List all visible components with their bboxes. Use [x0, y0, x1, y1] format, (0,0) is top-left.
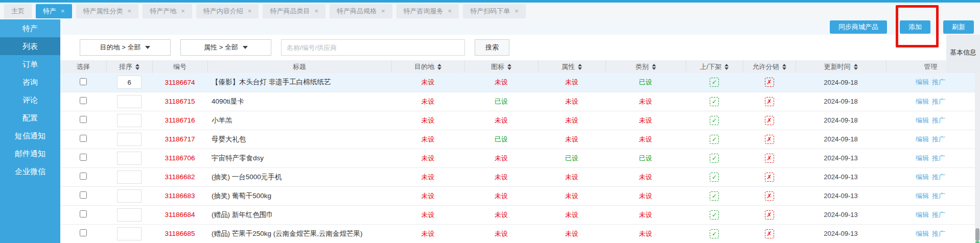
- edit-link[interactable]: 编辑: [916, 173, 929, 181]
- sort-order-input[interactable]: [117, 114, 142, 127]
- promote-link[interactable]: 推广: [932, 98, 945, 105]
- promote-link[interactable]: 推广: [932, 211, 945, 218]
- search-button[interactable]: 搜索: [475, 39, 509, 56]
- tab-close-icon[interactable]: ×: [181, 7, 185, 15]
- row-checkbox[interactable]: [80, 78, 87, 85]
- promote-link[interactable]: 推广: [932, 135, 945, 143]
- sort-order-input[interactable]: [117, 152, 142, 165]
- product-title[interactable]: (赠品) 新年红色围巾: [212, 211, 273, 218]
- sort-order-input[interactable]: [117, 208, 142, 222]
- row-checkbox[interactable]: [80, 210, 87, 217]
- check-square-icon[interactable]: ✓: [710, 229, 719, 238]
- tab-close-icon[interactable]: ×: [515, 7, 519, 15]
- row-checkbox[interactable]: [80, 135, 87, 142]
- product-title[interactable]: (抽奖) 葡萄干500kg: [212, 192, 271, 200]
- promote-link[interactable]: 推广: [932, 192, 945, 200]
- promote-link[interactable]: 推广: [932, 154, 945, 162]
- sort-order-input[interactable]: [117, 189, 142, 203]
- tab-特产商品规格[interactable]: 特产商品规格×: [330, 4, 392, 18]
- search-input[interactable]: [281, 39, 465, 56]
- tab-basic-info[interactable]: 基本信息: [946, 35, 980, 73]
- sort-icon[interactable]: [135, 64, 139, 70]
- tab-close-icon[interactable]: ×: [448, 7, 452, 15]
- edit-link[interactable]: 编辑: [916, 116, 929, 124]
- sidebar-item-特产[interactable]: 特产: [0, 19, 60, 37]
- edit-link[interactable]: 编辑: [916, 230, 929, 237]
- refresh-button[interactable]: 刷新: [943, 20, 974, 34]
- vertical-scrollbar[interactable]: [975, 73, 980, 243]
- edit-link[interactable]: 编辑: [916, 135, 929, 143]
- check-square-icon[interactable]: ✓: [710, 135, 719, 144]
- row-checkbox[interactable]: [80, 173, 87, 180]
- check-square-icon[interactable]: ✓: [710, 191, 719, 201]
- product-title[interactable]: 宇宙特产零食dsy: [212, 154, 264, 162]
- sort-icon[interactable]: [652, 64, 656, 70]
- sort-icon[interactable]: [782, 64, 786, 70]
- product-title[interactable]: (抽奖) 一台5000元手机: [212, 173, 282, 181]
- promote-link[interactable]: 推广: [932, 116, 945, 124]
- sidebar-item-企业微信[interactable]: 企业微信: [0, 162, 60, 180]
- product-title[interactable]: 【傣影】木头台灯 非遗手工白棉纸纸艺: [212, 78, 331, 86]
- row-checkbox[interactable]: [80, 97, 87, 104]
- sort-order-input[interactable]: [117, 76, 142, 89]
- x-square-icon[interactable]: ✗: [765, 97, 774, 106]
- column-header-updated[interactable]: 更新时间: [796, 60, 886, 73]
- tab-特产产地[interactable]: 特产产地×: [143, 4, 192, 18]
- edit-link[interactable]: 编辑: [916, 98, 929, 105]
- sort-order-input[interactable]: [117, 133, 142, 146]
- check-square-icon[interactable]: ✓: [710, 173, 719, 182]
- x-square-icon[interactable]: ✗: [765, 229, 774, 238]
- column-header-distribution[interactable]: 允许分销: [743, 60, 796, 73]
- edit-link[interactable]: 编辑: [916, 78, 929, 86]
- x-square-icon[interactable]: ✗: [765, 154, 774, 163]
- sort-order-input[interactable]: [117, 227, 142, 240]
- add-button[interactable]: 添加: [900, 20, 930, 34]
- column-header-icon[interactable]: 图标: [464, 60, 538, 73]
- product-title[interactable]: 小羊羔: [212, 116, 232, 124]
- column-header-category[interactable]: 类别: [605, 60, 686, 73]
- sort-icon[interactable]: [854, 64, 858, 70]
- tab-主页[interactable]: 主页: [4, 4, 32, 18]
- tab-特产内容介绍[interactable]: 特产内容介绍×: [196, 4, 259, 18]
- check-square-icon[interactable]: ✓: [710, 210, 719, 220]
- x-square-icon[interactable]: ✗: [765, 135, 774, 144]
- row-checkbox[interactable]: [80, 229, 87, 236]
- edit-link[interactable]: 编辑: [916, 192, 929, 200]
- x-square-icon[interactable]: ✗: [765, 116, 774, 125]
- sidebar-item-评论[interactable]: 评论: [0, 91, 60, 109]
- sidebar-item-订单[interactable]: 订单: [0, 55, 60, 73]
- sort-icon[interactable]: [437, 64, 441, 70]
- tab-close-icon[interactable]: ×: [248, 7, 252, 15]
- tab-close-icon[interactable]: ×: [128, 7, 132, 15]
- sort-icon[interactable]: [507, 64, 511, 70]
- edit-link[interactable]: 编辑: [916, 154, 929, 162]
- row-checkbox[interactable]: [80, 191, 87, 199]
- row-checkbox[interactable]: [80, 116, 87, 123]
- sort-order-input[interactable]: [117, 171, 142, 184]
- edit-link[interactable]: 编辑: [916, 211, 929, 218]
- promote-link[interactable]: 推广: [932, 173, 945, 181]
- sidebar-item-列表[interactable]: 列表: [0, 37, 60, 55]
- promote-link[interactable]: 推广: [932, 230, 945, 237]
- promote-link[interactable]: 推广: [932, 78, 945, 86]
- sort-order-input[interactable]: [117, 95, 142, 108]
- attribute-filter-dropdown[interactable]: 属性 > 全部: [180, 39, 271, 56]
- scrollbar-thumb[interactable]: [975, 228, 979, 241]
- tab-close-icon[interactable]: ×: [61, 7, 65, 15]
- x-square-icon[interactable]: ✗: [765, 173, 774, 182]
- column-header-destination[interactable]: 目的地: [391, 60, 464, 73]
- row-checkbox[interactable]: [80, 154, 87, 161]
- tab-特产扫码下单[interactable]: 特产扫码下单×: [463, 4, 526, 18]
- product-title[interactable]: 母婴大礼包: [212, 135, 246, 143]
- sidebar-item-邮件通知[interactable]: 邮件通知: [0, 144, 60, 162]
- sidebar-item-配置[interactable]: 配置: [0, 109, 60, 127]
- tab-特产商品类目[interactable]: 特产商品类目×: [263, 4, 325, 18]
- column-header-shelf[interactable]: 上/下架: [686, 60, 743, 73]
- x-square-icon[interactable]: ✗: [765, 210, 774, 220]
- sync-mall-products-button[interactable]: 同步商城产品: [830, 20, 887, 34]
- tab-特产[interactable]: 特产×: [36, 4, 72, 18]
- sidebar-item-咨询[interactable]: 咨询: [0, 73, 60, 91]
- tab-close-icon[interactable]: ×: [314, 7, 318, 15]
- check-square-icon[interactable]: ✓: [710, 154, 719, 163]
- check-square-icon[interactable]: ✓: [710, 97, 719, 106]
